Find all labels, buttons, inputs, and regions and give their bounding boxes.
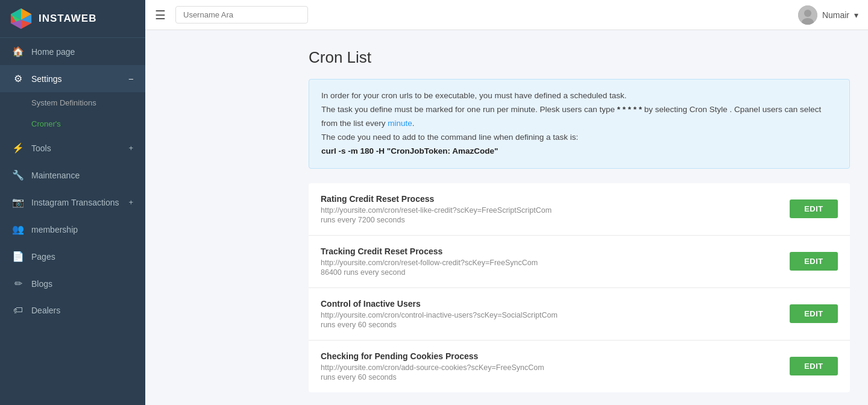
cron-freq: 86400 runs every second: [321, 268, 538, 277]
cron-name: Tracking Credit Reset Process: [321, 246, 538, 256]
info-stars: * * * * *: [617, 105, 642, 114]
info-line3-prefix: The code you need to add to the command …: [321, 133, 578, 142]
settings-arrow: –: [129, 74, 133, 83]
app-name: INSTAWEB: [39, 13, 96, 25]
sidebar-item-blogs[interactable]: ✏ Blogs: [0, 270, 145, 297]
page-title: Cron List: [309, 48, 850, 67]
sidebar-item-pages[interactable]: 📄 Pages: [0, 243, 145, 270]
cron-item-rating-credit: Rating Credit Reset Process http://yours…: [309, 183, 850, 236]
cron-name: Checking for Pending Cookies Process: [321, 351, 544, 361]
cron-info: Rating Credit Reset Process http://yours…: [321, 194, 552, 224]
info-line2-end: .: [412, 119, 415, 128]
sidebar-item-dealers-label: Dealers: [31, 306, 60, 315]
sidebar-item-maintenance[interactable]: 🔧 Maintenance: [0, 162, 145, 189]
sidebar-item-instagram-label: Instagram Transactions: [31, 198, 119, 207]
home-icon: 🏠: [12, 46, 24, 57]
search-input[interactable]: [175, 6, 308, 24]
cron-item-pending-cookies: Checking for Pending Cookies Process htt…: [309, 341, 850, 392]
cron-url: http://yoursite.com/cron/add-source-cook…: [321, 363, 544, 372]
hamburger-button[interactable]: ☰: [155, 8, 166, 22]
maintenance-icon: 🔧: [12, 169, 24, 181]
instagram-arrow: +: [128, 198, 133, 207]
sidebar-item-membership[interactable]: 👥 membership: [0, 216, 145, 243]
info-line3: The code you need to add to the command …: [321, 131, 837, 145]
info-line2-prefix: The task you define must be marked for o…: [321, 105, 617, 114]
sidebar-item-dealers[interactable]: 🏷 Dealers: [0, 297, 145, 324]
sidebar-item-settings-label: Settings: [31, 74, 62, 84]
edit-button-inactive-users[interactable]: EDIT: [790, 304, 838, 323]
sidebar-item-system-definitions[interactable]: System Definitions: [0, 92, 145, 113]
avatar: [798, 5, 817, 25]
cron-freq: runs every 60 seconds: [321, 321, 558, 329]
edit-button-pending-cookies[interactable]: EDIT: [790, 357, 838, 375]
settings-icon: ⚙: [12, 73, 24, 84]
topbar: ☰ Numair ▾: [145, 0, 868, 30]
pages-icon: 📄: [12, 251, 24, 262]
cron-name: Control of Inactive Users: [321, 299, 558, 309]
cron-url: http://yoursite.com/cron/reset-like-cred…: [321, 206, 552, 215]
tools-arrow: +: [128, 143, 133, 152]
sidebar-item-settings[interactable]: ⚙ Settings –: [0, 65, 145, 92]
svg-point-7: [804, 10, 811, 17]
sidebar-item-home-label: Home page: [31, 47, 75, 57]
user-menu[interactable]: Numair ▾: [798, 5, 858, 25]
sidebar-section-settings: ⚙ Settings – System Definitions Croner's: [0, 65, 145, 134]
sidebar-item-tools[interactable]: ⚡ Tools +: [0, 134, 145, 162]
info-line2: The task you define must be marked for o…: [321, 103, 837, 131]
sidebar-item-blogs-label: Blogs: [31, 279, 52, 289]
edit-button-tracking-credit[interactable]: EDIT: [790, 252, 838, 271]
username-label: Numair: [822, 10, 849, 20]
user-dropdown-arrow[interactable]: ▾: [854, 10, 858, 20]
sidebar-item-instagram-transactions[interactable]: 📷 Instagram Transactions +: [0, 189, 145, 216]
edit-button-rating-credit[interactable]: EDIT: [790, 199, 838, 218]
sidebar-item-membership-label: membership: [31, 225, 78, 234]
system-definitions-label: System Definitions: [31, 98, 96, 107]
instagram-icon: 📷: [12, 196, 24, 208]
cron-url: http://yoursite.com/cron/control-inactiv…: [321, 311, 558, 319]
sidebar-item-maintenance-label: Maintenance: [31, 171, 80, 180]
info-line1: In order for your cron urls to be execut…: [321, 89, 837, 103]
sidebar-item-pages-label: Pages: [31, 252, 55, 262]
cron-freq: runs every 60 seconds: [321, 373, 544, 381]
info-command: curl -s -m 180 -H "CronJobToken: AmazCod…: [321, 145, 837, 159]
sidebar-item-croners[interactable]: Croner's: [0, 113, 145, 134]
app-logo-icon: [10, 7, 33, 30]
sidebar-item-tools-label: Tools: [31, 143, 51, 153]
cron-info: Control of Inactive Users http://yoursit…: [321, 299, 558, 329]
cron-info: Checking for Pending Cookies Process htt…: [321, 351, 544, 381]
membership-icon: 👥: [12, 224, 24, 235]
info-box: In order for your cron urls to be execut…: [309, 79, 850, 169]
cron-item-tracking-credit: Tracking Credit Reset Process http://you…: [309, 236, 850, 288]
cron-url: http://yoursite.com/cron/reset-follow-cr…: [321, 259, 538, 267]
blogs-icon: ✏: [12, 278, 24, 289]
cron-name: Rating Credit Reset Process: [321, 194, 552, 204]
main-content: Cron List In order for your cron urls to…: [291, 30, 868, 405]
sidebar-logo: INSTAWEB: [0, 0, 145, 38]
sidebar: INSTAWEB 🏠 Home page ⚙ Settings – System…: [0, 0, 145, 405]
cron-list: Rating Credit Reset Process http://yours…: [309, 183, 850, 392]
cron-info: Tracking Credit Reset Process http://you…: [321, 246, 538, 277]
croners-label: Croner's: [31, 119, 61, 128]
cron-item-inactive-users: Control of Inactive Users http://yoursit…: [309, 288, 850, 341]
tools-icon: ⚡: [12, 142, 24, 154]
sidebar-item-home[interactable]: 🏠 Home page: [0, 38, 145, 65]
dealers-icon: 🏷: [12, 305, 24, 316]
info-line2-link[interactable]: minute: [388, 119, 412, 128]
cron-freq: runs every 7200 seconds: [321, 216, 552, 224]
